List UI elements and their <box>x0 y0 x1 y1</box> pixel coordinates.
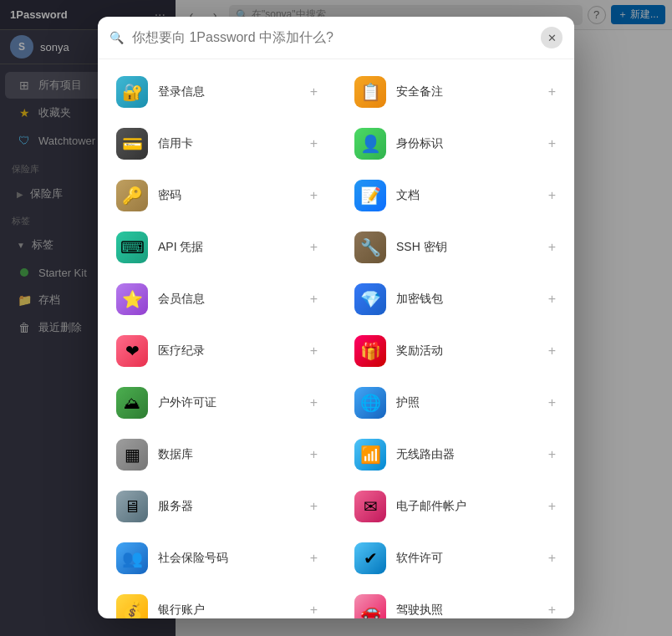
server-icon: 🖥 <box>116 491 148 522</box>
membership-label: 会员信息 <box>158 292 300 307</box>
grid-item-ssh[interactable]: 🔧SSH 密钥+ <box>341 223 569 272</box>
login-label: 登录信息 <box>158 84 300 99</box>
wallet-icon: 💎 <box>354 283 386 315</box>
wallet-label: 加密钱包 <box>396 292 538 307</box>
outdoor-add-button[interactable]: + <box>310 395 318 410</box>
note-label: 安全备注 <box>396 84 538 99</box>
server-label: 服务器 <box>158 499 300 514</box>
grid-item-wallet[interactable]: 💎加密钱包+ <box>341 275 569 323</box>
grid-item-driver[interactable]: 🚗驾驶执照+ <box>341 586 569 618</box>
modal-search-input[interactable] <box>132 30 532 45</box>
modal-overlay[interactable]: 🔍 ✕ 🔐登录信息+📋安全备注+💳信用卡+👤身份标识+🔑密码+📝文档+⌨API … <box>0 0 672 636</box>
grid-item-membership[interactable]: ⭐会员信息+ <box>103 275 331 323</box>
router-label: 无线路由器 <box>396 447 538 462</box>
grid-item-document[interactable]: 📝文档+ <box>341 171 569 220</box>
bank-icon: 💰 <box>116 594 148 618</box>
medical-add-button[interactable]: + <box>310 343 318 359</box>
bank-add-button[interactable]: + <box>310 603 318 618</box>
grid-item-server[interactable]: 🖥服务器+ <box>103 482 331 531</box>
grid-item-router[interactable]: 📶无线路由器+ <box>341 430 569 479</box>
note-icon: 📋 <box>354 76 386 108</box>
reward-label: 奖励活动 <box>396 343 538 359</box>
router-add-button[interactable]: + <box>548 447 556 462</box>
membership-icon: ⭐ <box>116 283 148 315</box>
grid-item-bank[interactable]: 💰银行账户+ <box>103 586 331 618</box>
outdoor-icon: ⛰ <box>116 387 148 419</box>
driver-add-button[interactable]: + <box>548 603 556 618</box>
wallet-add-button[interactable]: + <box>548 292 556 307</box>
grid-item-login[interactable]: 🔐登录信息+ <box>103 68 331 116</box>
database-label: 数据库 <box>158 447 300 462</box>
driver-label: 驾驶执照 <box>396 603 538 618</box>
grid-item-passport[interactable]: 🌐护照+ <box>341 379 569 427</box>
api-add-button[interactable]: + <box>310 240 318 255</box>
creditcard-icon: 💳 <box>116 128 148 160</box>
document-label: 文档 <box>396 188 538 203</box>
passport-label: 护照 <box>396 395 538 410</box>
identity-add-button[interactable]: + <box>548 136 556 151</box>
ssn-add-button[interactable]: + <box>310 551 318 566</box>
note-add-button[interactable]: + <box>548 84 556 99</box>
email-label: 电子邮件帐户 <box>396 499 538 514</box>
email-icon: ✉ <box>354 491 386 522</box>
software-label: 软件许可 <box>396 551 538 566</box>
grid-item-creditcard[interactable]: 💳信用卡+ <box>103 120 331 168</box>
ssh-label: SSH 密钥 <box>396 240 538 255</box>
creditcard-add-button[interactable]: + <box>310 136 318 151</box>
ssn-icon: 👥 <box>116 542 148 574</box>
password-add-button[interactable]: + <box>310 188 318 203</box>
grid-item-reward[interactable]: 🎁奖励活动+ <box>341 327 569 375</box>
modal-search-icon: 🔍 <box>109 31 124 44</box>
bank-label: 银行账户 <box>158 603 300 618</box>
ssh-icon: 🔧 <box>354 232 386 263</box>
modal-grid: 🔐登录信息+📋安全备注+💳信用卡+👤身份标识+🔑密码+📝文档+⌨API 凭据+🔧… <box>98 59 574 618</box>
reward-icon: 🎁 <box>354 335 386 367</box>
server-add-button[interactable]: + <box>310 499 318 514</box>
api-label: API 凭据 <box>158 240 300 255</box>
grid-item-email[interactable]: ✉电子邮件帐户+ <box>341 482 569 531</box>
database-add-button[interactable]: + <box>310 447 318 462</box>
grid-item-software[interactable]: ✔软件许可+ <box>341 534 569 583</box>
password-label: 密码 <box>158 188 300 203</box>
medical-icon: ❤ <box>116 335 148 367</box>
grid-item-api[interactable]: ⌨API 凭据+ <box>103 223 331 272</box>
document-icon: 📝 <box>354 180 386 211</box>
modal-search-row: 🔍 ✕ <box>98 17 574 59</box>
grid-item-database[interactable]: ▦数据库+ <box>103 430 331 479</box>
creditcard-label: 信用卡 <box>158 136 300 151</box>
modal-close-button[interactable]: ✕ <box>541 27 563 48</box>
grid-item-identity[interactable]: 👤身份标识+ <box>341 120 569 168</box>
grid-item-ssn[interactable]: 👥社会保险号码+ <box>103 534 331 583</box>
router-icon: 📶 <box>354 439 386 471</box>
document-add-button[interactable]: + <box>548 188 556 203</box>
medical-label: 医疗纪录 <box>158 343 300 359</box>
login-icon: 🔐 <box>116 76 148 108</box>
identity-icon: 👤 <box>354 128 386 160</box>
grid-item-note[interactable]: 📋安全备注+ <box>341 68 569 116</box>
grid-item-medical[interactable]: ❤医疗纪录+ <box>103 327 331 375</box>
software-icon: ✔ <box>354 542 386 574</box>
reward-add-button[interactable]: + <box>548 343 556 359</box>
add-item-modal: 🔍 ✕ 🔐登录信息+📋安全备注+💳信用卡+👤身份标识+🔑密码+📝文档+⌨API … <box>98 17 574 618</box>
software-add-button[interactable]: + <box>548 551 556 566</box>
ssh-add-button[interactable]: + <box>548 240 556 255</box>
identity-label: 身份标识 <box>396 136 538 151</box>
database-icon: ▦ <box>116 439 148 471</box>
driver-icon: 🚗 <box>354 594 386 618</box>
ssn-label: 社会保险号码 <box>158 551 300 566</box>
login-add-button[interactable]: + <box>310 84 318 99</box>
api-icon: ⌨ <box>116 232 148 263</box>
grid-item-password[interactable]: 🔑密码+ <box>103 171 331 220</box>
outdoor-label: 户外许可证 <box>158 395 300 410</box>
grid-item-outdoor[interactable]: ⛰户外许可证+ <box>103 379 331 427</box>
passport-icon: 🌐 <box>354 387 386 419</box>
passport-add-button[interactable]: + <box>548 395 556 410</box>
membership-add-button[interactable]: + <box>310 292 318 307</box>
password-icon: 🔑 <box>116 180 148 211</box>
email-add-button[interactable]: + <box>548 499 556 514</box>
